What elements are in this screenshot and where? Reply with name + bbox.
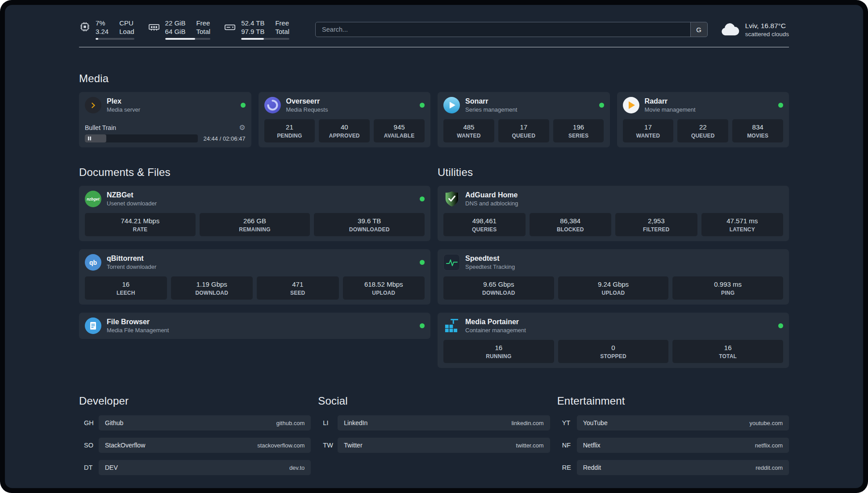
stat-label: UPLOAD	[560, 290, 667, 296]
service-name: File Browser	[107, 318, 169, 326]
status-dot	[420, 323, 425, 328]
status-dot	[778, 323, 783, 328]
service-stats: 744.21 Mbps RATE 266 GB REMAINING 39.6 T…	[85, 207, 425, 236]
service-card-radarr[interactable]: Radarr Movie management 17 WANTED 22 QUE…	[617, 92, 789, 147]
stat-tile: 39.6 TB DOWNLOADED	[314, 213, 425, 236]
service-card-filebrowser[interactable]: File Browser Media File Management	[79, 313, 430, 339]
stat-value: 1.19 Gbps	[173, 280, 251, 288]
stat-tile: 945 AVAILABLE	[374, 119, 425, 142]
stat-tile: 471 SEED	[257, 276, 339, 300]
service-card-speedtest[interactable]: Speedtest Speedtest Tracking 9.65 Gbps D…	[438, 249, 789, 305]
bookmark-abbr: RE	[557, 464, 577, 471]
stat-value: 834	[734, 123, 781, 131]
service-desc: Movie management	[645, 106, 696, 113]
status-dot	[420, 196, 425, 201]
adguard-icon	[443, 191, 460, 207]
section-title-social: Social	[318, 395, 550, 407]
bookmark-row: LI LinkedIn linkedin.com	[318, 415, 550, 430]
service-name: Overseerr	[286, 97, 328, 106]
service-name: qBittorrent	[107, 254, 156, 263]
stat-tile: 9.65 Gbps DOWNLOAD	[443, 276, 554, 300]
bookmark-row: RE Reddit reddit.com	[557, 460, 789, 475]
cpu-load-value: 3.24	[96, 28, 108, 36]
stat-label: DOWNLOADED	[316, 226, 423, 233]
service-card-sonarr[interactable]: Sonarr Series management 485 WANTED 17 Q…	[438, 92, 610, 147]
service-stats: 9.65 Gbps DOWNLOAD 9.24 Gbps UPLOAD 0.99…	[443, 271, 783, 300]
stat-value: 485	[445, 123, 492, 131]
overseerr-icon	[264, 97, 281, 113]
window-bezel: 7% CPU 3.24 Load	[0, 0, 868, 493]
status-dot	[599, 103, 604, 108]
stat-label: LATENCY	[703, 226, 782, 233]
playback-progress-bar[interactable]	[85, 134, 198, 142]
service-desc: Media server	[107, 106, 140, 113]
stat-value: 86,384	[531, 217, 610, 225]
stat-label: RUNNING	[445, 353, 552, 359]
disk-total-value: 97.9 TB	[241, 28, 264, 36]
bookmark-abbr: NF	[557, 442, 577, 449]
bookmark-abbr: LI	[318, 419, 338, 426]
stat-label: MOVIES	[734, 133, 781, 139]
stat-label: LEECH	[87, 290, 165, 296]
stat-value: 39.6 TB	[316, 217, 423, 225]
bookmark-link-twitter[interactable]: Twitter twitter.com	[338, 438, 550, 453]
cpu-widget: 7% CPU 3.24 Load	[79, 19, 134, 40]
bookmark-url: twitter.com	[516, 442, 544, 449]
bookmark-link-youtube[interactable]: YouTube youtube.com	[577, 415, 789, 430]
now-playing-title: Bullet Train	[85, 124, 116, 131]
stat-label: QUEUED	[500, 133, 547, 139]
bookmark-row: NF Netflix netflix.com	[557, 438, 789, 453]
bookmark-url: reddit.com	[755, 464, 783, 471]
memory-free-label: Free	[196, 19, 210, 27]
disk-total-label: Total	[275, 28, 289, 36]
nzbget-icon: nzbget	[85, 191, 101, 207]
service-card-qbittorrent[interactable]: qb qBittorrent Torrent downloader 16	[79, 249, 430, 305]
bookmark-name: LinkedIn	[344, 419, 367, 426]
status-dot	[241, 103, 246, 108]
search-provider-button[interactable]: G	[690, 22, 707, 37]
pause-icon[interactable]	[88, 137, 91, 141]
stat-value: 266 GB	[201, 217, 309, 225]
service-card-plex[interactable]: Plex Media server Bullet Train ⚙	[79, 92, 251, 147]
bookmark-url: stackoverflow.com	[257, 442, 305, 449]
gear-icon[interactable]: ⚙	[239, 124, 245, 131]
cpu-usage-bar	[96, 38, 134, 40]
service-card-adguard[interactable]: AdGuard Home DNS and adblocking 498,461 …	[438, 186, 789, 241]
bookmark-link-reddit[interactable]: Reddit reddit.com	[577, 460, 789, 475]
stat-tile: 744.21 Mbps RATE	[85, 213, 196, 236]
card-header: Sonarr Series management	[443, 97, 604, 113]
bookmark-name: YouTube	[583, 419, 608, 426]
topbar-divider	[79, 47, 789, 47]
card-header: qb qBittorrent Torrent downloader	[85, 254, 425, 271]
stat-tile: 9.24 Gbps UPLOAD	[558, 276, 669, 300]
bookmark-link-stackoverflow[interactable]: StackOverflow stackoverflow.com	[99, 438, 311, 453]
search-input[interactable]	[316, 22, 690, 37]
bookmark-link-dev[interactable]: DEV dev.to	[99, 460, 311, 475]
service-card-nzbget[interactable]: nzbget NZBGet Usenet downloader 744.21 M…	[79, 186, 430, 241]
stat-value: 17	[500, 123, 547, 131]
service-card-portainer[interactable]: Media Portainer Container management 16 …	[438, 313, 789, 368]
bookmark-link-linkedin[interactable]: LinkedIn linkedin.com	[338, 415, 550, 430]
bookmark-abbr: DT	[79, 464, 99, 471]
stat-label: PENDING	[266, 133, 313, 139]
stat-label: SEED	[259, 290, 337, 296]
bookmark-link-netflix[interactable]: Netflix netflix.com	[577, 438, 789, 453]
stat-tile: 22 QUEUED	[677, 119, 728, 142]
bookmark-name: StackOverflow	[105, 442, 145, 449]
stat-tile: 16 LEECH	[85, 276, 167, 300]
stat-value: 21	[266, 123, 313, 131]
service-card-overseerr[interactable]: Overseerr Media Requests 21 PENDING 40 A…	[259, 92, 431, 147]
qbittorrent-logo-text: qb	[89, 259, 97, 266]
bookmark-group-social: Social LI LinkedIn linkedin.com TW Twitt…	[318, 395, 550, 475]
stat-label: APPROVED	[321, 133, 368, 139]
bookmark-link-github[interactable]: Github github.com	[99, 415, 311, 430]
stat-value: 9.24 Gbps	[560, 280, 667, 288]
status-dot	[420, 260, 425, 265]
stat-label: QUERIES	[445, 226, 524, 233]
service-name: AdGuard Home	[465, 191, 518, 200]
stat-tile: 2,953 FILTERED	[615, 213, 697, 236]
card-header: Plex Media server	[85, 97, 246, 113]
service-name: Radarr	[645, 97, 696, 106]
stat-label: FILTERED	[617, 226, 696, 233]
bookmark-row: TW Twitter twitter.com	[318, 438, 550, 453]
